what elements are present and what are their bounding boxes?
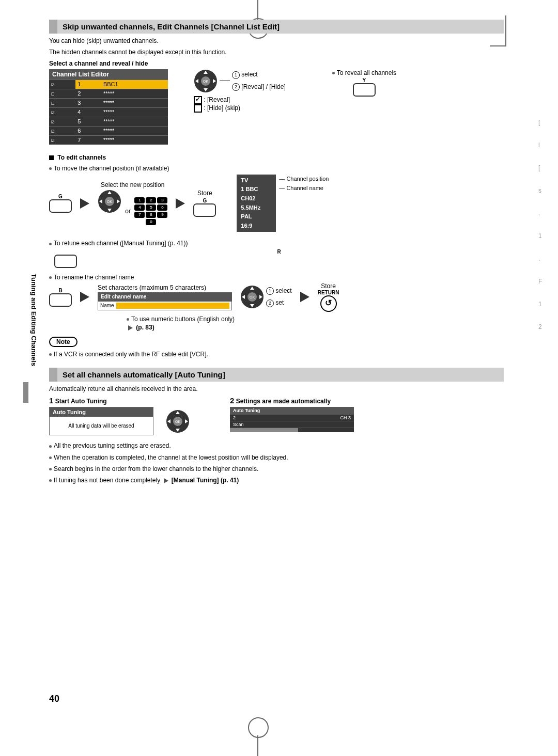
crop-mark-bottom bbox=[248, 720, 269, 756]
info-aspect: 16:9 bbox=[241, 222, 272, 231]
table-row: ☐3***** bbox=[49, 98, 168, 107]
arrow-right-icon bbox=[80, 198, 89, 209]
numeric-keypad-icon: 123 456 789 0 bbox=[134, 197, 167, 225]
table-row: ☑5***** bbox=[49, 117, 168, 126]
edit-name-field bbox=[116, 303, 229, 309]
table-row: ☑7***** bbox=[49, 135, 168, 145]
step-1-icon: 1 bbox=[232, 71, 240, 79]
channel-position-label: Channel position bbox=[286, 176, 329, 182]
section-auto-tuning-header: Set all channels automatically [Auto Tun… bbox=[49, 368, 504, 382]
legend-reveal: : [Reveal] bbox=[204, 96, 230, 103]
arrow-right-icon bbox=[176, 198, 185, 209]
arrow-right-small-icon bbox=[164, 478, 168, 483]
auto-tuning-intro: Automatically retune all channels receiv… bbox=[49, 385, 504, 393]
side-section-label: Tuning and Editing Channels bbox=[30, 274, 38, 366]
set-characters-label: Set characters (maximum 5 characters) bbox=[98, 284, 232, 291]
ok-dpad-icon: OK bbox=[98, 190, 121, 213]
step-1-icon: 1 bbox=[266, 287, 274, 295]
table-row: ☑1BBC1 bbox=[49, 80, 168, 89]
square-bullet-icon bbox=[49, 155, 54, 160]
auto-tuning-progress-header: Auto Tuning bbox=[230, 407, 354, 414]
checkbox-empty-icon bbox=[194, 104, 202, 113]
channel-list-header: Channel List Editor bbox=[49, 69, 168, 80]
arrow-right-icon bbox=[80, 292, 89, 302]
numeric-buttons-text: To use numeric buttons (English only) bbox=[131, 316, 235, 323]
info-ch02: CH02 bbox=[241, 194, 272, 203]
retune-text: To retune each channel ([Manual Tuning] … bbox=[54, 240, 188, 247]
red-button-icon bbox=[54, 255, 77, 268]
or-label: or bbox=[125, 208, 131, 215]
edit-channel-name-box: Edit channel name Name bbox=[98, 292, 232, 310]
step-select-reveal-hide: Select a channel and reveal / hide bbox=[49, 59, 504, 68]
store-label-2: Store bbox=[318, 282, 339, 290]
step1-number: 1 bbox=[49, 396, 53, 405]
select-new-position-label: Select the new position bbox=[98, 181, 167, 188]
intro-text-2: The hidden channels cannot be displayed … bbox=[49, 48, 504, 56]
step-2-icon: 2 bbox=[266, 300, 274, 307]
label-reveal-hide: [Reveal] / [Hide] bbox=[241, 83, 285, 90]
step2-title: Settings are made automatically bbox=[236, 398, 331, 405]
table-row: ☑4***** bbox=[49, 107, 168, 117]
g-button-label-2: G bbox=[193, 198, 216, 203]
progress-ch-num: 2 bbox=[233, 415, 236, 420]
arrow-right-small-icon bbox=[128, 325, 133, 330]
info-freq: 5.5MHz bbox=[241, 203, 272, 213]
note-pill: Note bbox=[49, 337, 78, 347]
auto-bullet-1: All the previous tuning settings are era… bbox=[54, 442, 171, 449]
channel-list-editor-table: Channel List Editor ☑1BBC1 ☐2***** ☐3***… bbox=[49, 69, 168, 145]
step2-number: 2 bbox=[230, 396, 234, 405]
svg-text:OK: OK bbox=[203, 80, 208, 83]
intro-text-1: You can hide (skip) unwanted channels. bbox=[49, 37, 504, 45]
label-set: set bbox=[275, 299, 284, 306]
step-2-icon: 2 bbox=[232, 83, 240, 91]
reveal-all-text: To reveal all channels bbox=[337, 69, 396, 76]
store-label: Store bbox=[193, 190, 216, 197]
svg-text:OK: OK bbox=[175, 420, 180, 423]
move-channel-text: To move the channel position (if availab… bbox=[54, 165, 169, 172]
page-number: 40 bbox=[49, 694, 59, 704]
return-label: RETURN bbox=[318, 290, 339, 295]
auto-bullet-4a: If tuning has not been done completely bbox=[54, 477, 160, 484]
ok-dpad-icon: OK bbox=[194, 69, 218, 93]
step1-title: Start Auto Tuning bbox=[55, 398, 107, 405]
yellow-button-icon bbox=[353, 83, 376, 97]
to-edit-channels-heading: To edit channels bbox=[57, 154, 106, 161]
legend-hide: : [Hide] (skip) bbox=[204, 104, 240, 112]
edit-name-header: Edit channel name bbox=[98, 292, 232, 301]
section-skip-channels-header: Skip unwanted channels, Edit Channels [C… bbox=[49, 20, 504, 34]
return-button-icon: ↺ bbox=[320, 295, 337, 312]
edit-name-field-label: Name bbox=[100, 303, 114, 308]
progress-ch-label: CH 3 bbox=[340, 415, 351, 420]
svg-text:OK: OK bbox=[107, 200, 112, 203]
auto-tuning-dialog-header: Auto Tuning bbox=[50, 407, 153, 417]
ok-dpad-icon: OK bbox=[166, 410, 190, 433]
auto-bullet-2: When the operation is completed, the cha… bbox=[54, 454, 288, 461]
arrow-right-icon bbox=[300, 292, 309, 302]
next-page-peek: [l[s.1.F12 bbox=[538, 103, 548, 346]
info-ch-name: 1 BBC bbox=[241, 185, 272, 194]
numeric-ref: (p. 83) bbox=[136, 324, 154, 331]
auto-bullet-3: Search begins in the order from the lowe… bbox=[54, 465, 258, 472]
r-button-label: R bbox=[54, 249, 504, 255]
g-button-label: G bbox=[49, 194, 72, 199]
checkbox-checked-icon: ✓ bbox=[194, 96, 202, 104]
y-button-label: Y bbox=[332, 77, 396, 83]
ok-dpad-icon: OK bbox=[240, 285, 264, 309]
side-tab bbox=[23, 382, 28, 403]
green-button-icon bbox=[49, 199, 72, 213]
blue-button-icon bbox=[49, 293, 72, 307]
progress-scan-label: Scan bbox=[233, 422, 244, 427]
info-tv: TV bbox=[241, 176, 272, 185]
green-button-icon bbox=[193, 203, 216, 217]
label-select: select bbox=[241, 71, 257, 78]
svg-text:OK: OK bbox=[250, 295, 255, 299]
channel-name-label: Channel name bbox=[286, 185, 323, 191]
channel-info-box: TV 1 BBC CH02 5.5MHz PAL 16:9 bbox=[237, 175, 276, 232]
auto-tuning-dialog: Auto Tuning All tuning data will be eras… bbox=[49, 407, 153, 435]
auto-bullet-4b: [Manual Tuning] (p. 41) bbox=[172, 477, 239, 484]
label-select-2: select bbox=[275, 287, 291, 294]
rename-text: To rename the channel name bbox=[54, 274, 134, 281]
note-text: If a VCR is connected only with the RF c… bbox=[54, 351, 208, 358]
b-button-label: B bbox=[49, 288, 72, 293]
auto-tuning-dialog-body: All tuning data will be erased bbox=[50, 417, 153, 435]
